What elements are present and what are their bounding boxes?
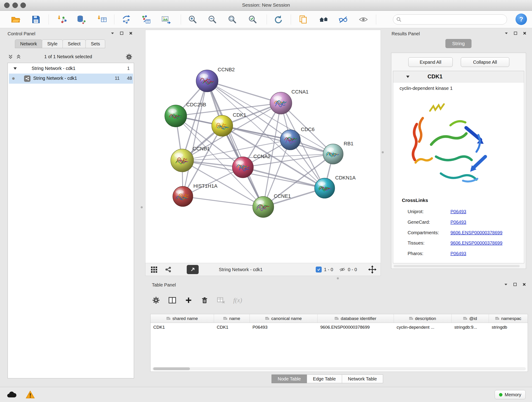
tissues-link[interactable]: 9606.ENSP00000378699 (450, 240, 502, 246)
pan-mode-button[interactable] (368, 263, 376, 276)
column-header-database-identifier[interactable]: database identifier (317, 314, 394, 323)
import-network-from-file-button[interactable] (56, 13, 69, 26)
close-panel-icon[interactable] (522, 282, 526, 287)
float-panel-icon[interactable] (120, 31, 124, 35)
home-button[interactable] (317, 13, 330, 26)
zoom-out-button[interactable] (206, 13, 219, 26)
splitter-handle[interactable] (337, 277, 339, 279)
compartments-link[interactable]: 9606.ENSP00000378699 (450, 230, 502, 235)
tab-network[interactable]: Network (15, 39, 42, 48)
cell-description[interactable]: cyclin-dependent ... (394, 323, 452, 332)
zoom-selected-button[interactable] (246, 13, 259, 26)
cell-name[interactable]: CDK1 (214, 323, 250, 332)
close-panel-icon[interactable] (129, 31, 133, 35)
new-network-from-selection-button[interactable] (120, 13, 133, 26)
function-builder-button[interactable]: f(x) (233, 297, 242, 304)
memory-button[interactable]: Memory (495, 390, 526, 399)
delete-column-icon[interactable] (201, 296, 209, 304)
expand-all-button[interactable]: Expand All (408, 57, 453, 67)
import-network-from-database-button[interactable] (75, 13, 88, 26)
apply-layout-button[interactable] (272, 13, 284, 26)
tab-select[interactable]: Select (63, 39, 86, 48)
warning-icon[interactable] (26, 390, 35, 399)
show-columns-icon[interactable] (168, 296, 177, 304)
tab-node-table[interactable]: Node Table (272, 375, 307, 383)
node-HIST1H1A[interactable]: HIST1H1A (173, 183, 217, 206)
close-panel-icon[interactable] (523, 31, 527, 35)
cell-id[interactable]: stringdb:9... (452, 323, 489, 332)
table-row[interactable]: CDK1 CDK1 P06493 9606.ENSP00000378699 cy… (151, 323, 528, 332)
column-header-description[interactable]: description (394, 314, 452, 323)
tab-style[interactable]: Style (42, 39, 63, 48)
edge-CCNB2-CCNA1[interactable] (207, 81, 281, 103)
export-image-button[interactable] (159, 13, 172, 26)
table-settings-gear-icon[interactable] (152, 296, 160, 304)
disclosure-triangle-icon[interactable] (13, 67, 17, 70)
column-header-namespace[interactable]: namespac (489, 314, 528, 323)
network-row-selected[interactable]: String Network - cdk1 11 48 (9, 74, 133, 84)
panel-menu-icon[interactable] (504, 282, 508, 287)
node-CCNA1[interactable]: CCNA1 (270, 89, 309, 114)
collapse-all-icon[interactable] (8, 54, 13, 60)
column-sort-icon (167, 317, 171, 320)
node-CCNB2[interactable]: CCNB2 (196, 67, 235, 92)
splitter-handle[interactable] (141, 206, 143, 208)
delete-table-icon[interactable] (217, 296, 225, 304)
hide-selected-button[interactable] (336, 13, 349, 26)
column-sort-icon (463, 317, 467, 320)
grid-view-button[interactable] (151, 263, 157, 276)
search-input[interactable] (404, 17, 507, 22)
open-session-button[interactable] (9, 13, 22, 26)
tab-edge-table[interactable]: Edge Table (307, 375, 342, 383)
tab-sets[interactable]: Sets (85, 39, 105, 48)
network-view[interactable]: CCNB2CCNA1CDC25BCDK1CDC6RB1CCNB1CCNA2CDK… (145, 30, 381, 263)
column-header-canonical-name[interactable]: canonical name (250, 314, 317, 323)
copy-button[interactable] (297, 13, 310, 26)
toolbar-separator (114, 14, 114, 25)
cell-shared-name[interactable]: CDK1 (151, 323, 214, 332)
gene-section-header[interactable]: CDK1 (393, 71, 524, 83)
scrollbar-thumb[interactable] (153, 367, 190, 370)
cell-database-identifier[interactable]: 9606.ENSP00000378699 (317, 323, 394, 332)
node-CDK1[interactable]: CDK1 (212, 112, 246, 136)
import-table-button[interactable] (96, 13, 109, 26)
network-and-table-button[interactable] (139, 13, 152, 26)
detach-view-button[interactable] (187, 265, 199, 274)
gear-icon[interactable] (126, 53, 133, 60)
network-collection-row[interactable]: String Network - cdk1 1 (8, 64, 134, 74)
cell-canonical-name[interactable]: P06493 (250, 323, 317, 332)
edge-HIST1H1A-CCNE1[interactable] (183, 196, 263, 207)
results-scrollbar[interactable] (394, 265, 520, 267)
collapse-all-button[interactable]: Collapse All (461, 57, 509, 67)
column-header-id[interactable]: @id (452, 314, 489, 323)
uniprot-link[interactable]: P06493 (450, 209, 466, 214)
float-panel-icon[interactable] (513, 31, 518, 35)
zoom-in-button[interactable] (186, 13, 199, 26)
help-button[interactable]: ? (515, 13, 527, 25)
genecard-link[interactable]: P06493 (450, 220, 466, 225)
column-header-shared-name[interactable]: shared name (151, 314, 214, 323)
tab-network-table[interactable]: Network Table (342, 375, 383, 383)
edge-CCNB2-HIST1H1A[interactable] (183, 81, 207, 196)
panel-menu-icon[interactable] (504, 31, 508, 35)
pharos-link[interactable]: P06493 (450, 251, 466, 256)
add-column-icon[interactable] (185, 296, 192, 304)
string-tab[interactable]: String (445, 39, 472, 48)
node-CDKN1A[interactable]: CDKN1A (315, 175, 356, 198)
cell-namespace[interactable]: stringdb (489, 323, 528, 332)
column-header-name[interactable]: name (214, 314, 250, 323)
disclosure-triangle-icon[interactable] (406, 75, 410, 78)
horizontal-scrollbar[interactable] (152, 367, 526, 370)
network-badge-button[interactable] (165, 263, 172, 276)
search-box[interactable] (393, 14, 507, 25)
float-panel-icon[interactable] (513, 282, 517, 287)
network-canvas[interactable]: CCNB2CCNA1CDC25BCDK1CDC6RB1CCNB1CCNA2CDK… (146, 30, 380, 263)
cloud-icon[interactable] (6, 391, 17, 398)
expand-all-icon[interactable] (16, 54, 21, 60)
save-session-button[interactable] (30, 13, 42, 26)
zoom-fit-button[interactable] (226, 13, 239, 26)
splitter-handle[interactable] (382, 151, 384, 153)
node-RB1[interactable]: RB1 (323, 141, 354, 164)
show-all-button[interactable] (357, 13, 370, 26)
panel-menu-icon[interactable] (110, 31, 114, 35)
